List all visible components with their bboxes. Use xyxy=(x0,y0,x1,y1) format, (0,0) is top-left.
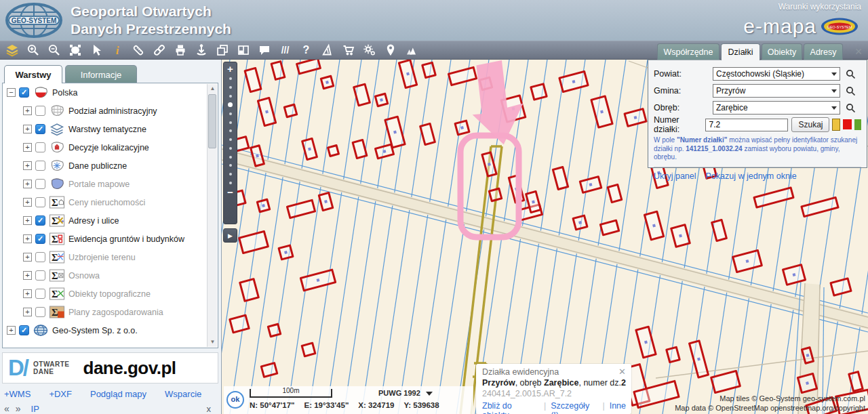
tree-item-podzial-administracyjny[interactable]: + Podział administracyjny xyxy=(3,102,218,120)
scroll-thumb[interactable] xyxy=(208,94,216,148)
terrain-icon[interactable] xyxy=(401,41,422,59)
tab-wspolrzedne[interactable]: Współrzędne xyxy=(657,43,719,60)
single-window-link[interactable]: Pokazuj w jednym oknie xyxy=(706,171,797,181)
checkbox[interactable]: ✓ xyxy=(19,325,29,335)
checkbox[interactable] xyxy=(35,161,45,171)
checkbox[interactable] xyxy=(35,289,45,299)
checkbox[interactable] xyxy=(35,179,45,189)
expander-icon[interactable]: + xyxy=(7,326,16,335)
zoom-to-object-link[interactable]: Zbliż do obiektu xyxy=(482,401,539,414)
panel-close-icon[interactable]: ✕ xyxy=(854,46,863,57)
dxf-link[interactable]: +DXF xyxy=(49,389,72,399)
gmina-select[interactable]: Przyrów xyxy=(713,84,840,98)
checkbox[interactable] xyxy=(35,197,45,207)
tab-dzialki[interactable]: Działki xyxy=(721,43,760,60)
tree-item-ceny-nieruchomosci[interactable]: + Σ Ceny nieruchomości xyxy=(3,193,218,211)
expander-icon[interactable]: + xyxy=(23,308,32,316)
checkbox[interactable] xyxy=(35,270,45,281)
expander-icon[interactable]: + xyxy=(23,143,32,152)
scroll-down-icon[interactable]: ▼ xyxy=(208,337,218,347)
checkbox[interactable] xyxy=(35,252,45,262)
tree-item-plany-zagospodarowania[interactable]: + Σ Plany zagospodarowania xyxy=(3,303,218,321)
scroll-up-icon[interactable]: ▲ xyxy=(208,84,218,94)
tab-informacje[interactable]: Informacje xyxy=(65,65,137,83)
tree-item-decyzje-lokalizacyjne[interactable]: + Decyzje lokalizacyjne xyxy=(3,138,218,157)
sidebar-toggle-button[interactable]: ▶ xyxy=(223,228,237,243)
zoom-in-icon[interactable] xyxy=(22,41,43,59)
hide-panel-link[interactable]: Ukryj panel xyxy=(654,171,696,181)
zoom-level-current[interactable] xyxy=(228,102,233,107)
expander-icon[interactable]: + xyxy=(23,180,32,188)
comment-icon[interactable] xyxy=(254,41,275,59)
tree-item-uzbrojenie-terenu[interactable]: + Σ Uzbrojenie terenu xyxy=(3,248,218,266)
parcel-number-input[interactable] xyxy=(705,119,788,131)
obreb-select[interactable]: Zarębice xyxy=(713,101,840,115)
expander-icon[interactable]: − xyxy=(7,88,16,97)
checkbox[interactable] xyxy=(35,142,45,152)
search-button[interactable]: Szukaj xyxy=(791,117,829,132)
tree-item-obiekty-topograficzne[interactable]: + Σ Obiekty topograficzne xyxy=(3,285,218,303)
expander-icon[interactable]: + xyxy=(23,271,32,280)
slash-lines-icon[interactable]: /// xyxy=(275,41,296,59)
split-panel-icon[interactable] xyxy=(233,41,254,59)
locate-user-icon[interactable] xyxy=(380,41,401,59)
checkbox[interactable] xyxy=(35,307,45,317)
pointer-icon[interactable] xyxy=(85,41,106,59)
zoom-out-icon[interactable] xyxy=(43,41,64,59)
checkbox[interactable]: ✓ xyxy=(35,124,45,134)
expander-icon[interactable]: + xyxy=(23,253,32,262)
zoom-plus-button[interactable]: + xyxy=(227,64,233,75)
expander-icon[interactable]: + xyxy=(23,234,32,243)
checkbox[interactable]: ✓ xyxy=(19,87,29,98)
expander-icon[interactable]: + xyxy=(23,198,32,207)
checkbox[interactable] xyxy=(35,106,45,116)
zoom-slider[interactable]: + − xyxy=(223,62,237,224)
copy-view-icon[interactable] xyxy=(212,41,233,59)
next-page-button[interactable]: » xyxy=(16,403,21,414)
help-icon[interactable]: ? xyxy=(296,41,317,59)
print-icon[interactable] xyxy=(170,41,191,59)
tab-obiekty[interactable]: Obiekty xyxy=(762,43,802,60)
tree-item-adresy-i-ulice[interactable]: + ✓ Σ Adresy i ulice xyxy=(3,211,218,230)
infobox-close-icon[interactable]: ✕ xyxy=(618,367,626,377)
powiat-select[interactable]: Częstochowski (Śląskie) xyxy=(713,67,840,81)
map-preview-link[interactable]: Podgląd mapy xyxy=(90,389,146,399)
search-icon[interactable] xyxy=(846,103,856,113)
expander-icon[interactable]: + xyxy=(23,161,32,170)
expander-icon[interactable]: + xyxy=(23,125,32,133)
details-link[interactable]: Szczegóły (I) xyxy=(551,401,597,414)
search-icon[interactable] xyxy=(846,69,856,79)
tree-item-dane-publiczne[interactable]: + Dane publiczne xyxy=(3,157,218,175)
tree-item-portale-mapowe[interactable]: + Portale mapowe xyxy=(3,175,218,193)
ip-link[interactable]: IP xyxy=(31,404,39,414)
wms-link[interactable]: +WMS xyxy=(4,389,31,399)
drop-marker-icon[interactable] xyxy=(191,41,212,59)
search-icon[interactable] xyxy=(846,86,856,96)
tree-item-geo-system[interactable]: + ✓ Geo-System Sp. z o.o. xyxy=(3,321,218,339)
info-icon[interactable]: i xyxy=(106,41,127,59)
checkbox[interactable]: ✓ xyxy=(35,234,45,244)
layers-icon[interactable] xyxy=(1,41,22,59)
tab-warstwy[interactable]: Warstwy xyxy=(4,65,62,83)
measure-icon[interactable] xyxy=(127,41,149,59)
terms-of-use-link[interactable]: Warunki wykorzystania xyxy=(778,2,861,12)
checkbox[interactable]: ✓ xyxy=(35,215,45,226)
dane-gov-banner[interactable]: D/ OTWARTE DANE dane.gov.pl xyxy=(2,352,218,384)
style-swatch-red[interactable] xyxy=(843,119,852,129)
other-link[interactable]: Inne xyxy=(610,401,626,414)
cart-icon[interactable] xyxy=(338,41,359,59)
footer-close-button[interactable]: x xyxy=(207,404,212,414)
prev-page-button[interactable]: « xyxy=(4,403,9,414)
zoom-minus-button[interactable]: − xyxy=(227,187,233,198)
expander-icon[interactable]: + xyxy=(23,289,32,298)
tree-item-ewidencja-gruntow[interactable]: + ✓ Σ Ewidencja gruntów i budynków xyxy=(3,230,218,248)
flag-icon[interactable] xyxy=(317,41,338,59)
style-swatch-green[interactable] xyxy=(854,119,861,130)
tree-item-polska[interactable]: − ✓ Polska xyxy=(3,83,218,102)
link-icon[interactable] xyxy=(149,41,170,59)
crs-select[interactable]: PUWG 1992 xyxy=(378,389,433,397)
select-area-icon[interactable] xyxy=(64,41,85,59)
tab-adresy[interactable]: Adresy xyxy=(804,43,843,60)
settings-icon[interactable] xyxy=(359,41,380,59)
tree-item-warstwy-tematyczne[interactable]: + ✓ Warstwy tematyczne xyxy=(3,120,218,138)
